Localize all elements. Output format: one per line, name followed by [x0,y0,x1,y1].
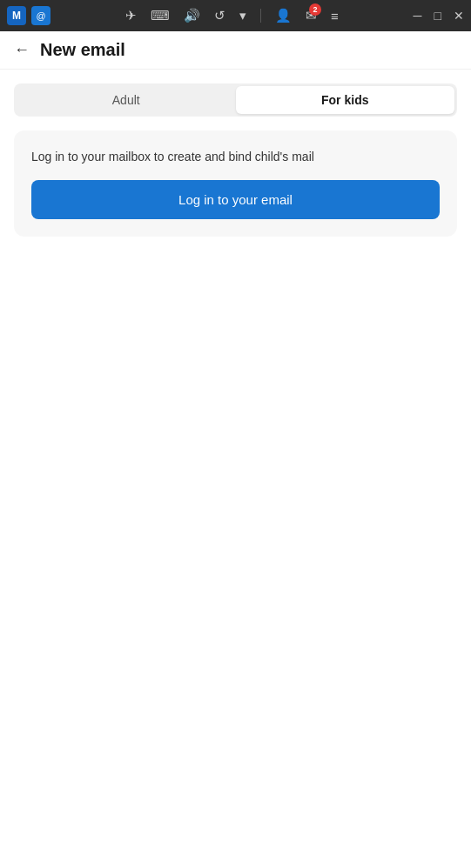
page-content: ← New email Adult For kids Log in to you… [0,31,471,868]
page-title: New email [40,40,125,60]
airplane-icon[interactable]: ✈ [125,8,137,23]
volume-icon[interactable]: 🔊 [184,8,200,23]
mail-icon[interactable]: ✉ 2 [306,8,317,23]
titlebar: M @ ✈ ⌨ 🔊 ↺ ▾ 👤 ✉ 2 ≡ ─ □ ✕ [0,0,471,31]
maximize-button[interactable]: □ [434,9,441,23]
window-controls: ─ □ ✕ [414,9,464,23]
titlebar-divider [260,9,261,23]
mail-badge: 2 [309,3,321,16]
profile-icon[interactable]: 👤 [275,8,292,23]
menu-icon[interactable]: ≡ [331,9,339,23]
tab-adult[interactable]: Adult [17,86,236,114]
minimize-button[interactable]: ─ [414,9,422,23]
app-icon-1[interactable]: M [7,6,26,25]
back-button[interactable]: ← [14,41,30,59]
tab-for-kids[interactable]: For kids [236,86,455,114]
app-icon-2[interactable]: @ [31,6,50,25]
login-card: Log in to your mailbox to create and bin… [14,130,457,237]
close-button[interactable]: ✕ [454,9,464,23]
tab-switcher: Adult For kids [14,83,457,117]
card-description: Log in to your mailbox to create and bin… [31,148,440,166]
undo-icon[interactable]: ↺ [214,8,225,23]
titlebar-spacer: ✈ ⌨ 🔊 ↺ ▾ 👤 ✉ 2 ≡ [56,8,408,23]
dropdown-icon[interactable]: ▾ [239,8,246,23]
keyboard-icon[interactable]: ⌨ [151,8,170,23]
topnav: ← New email [0,31,471,70]
back-icon: ← [14,41,30,59]
login-email-button[interactable]: Log in to your email [31,180,440,219]
